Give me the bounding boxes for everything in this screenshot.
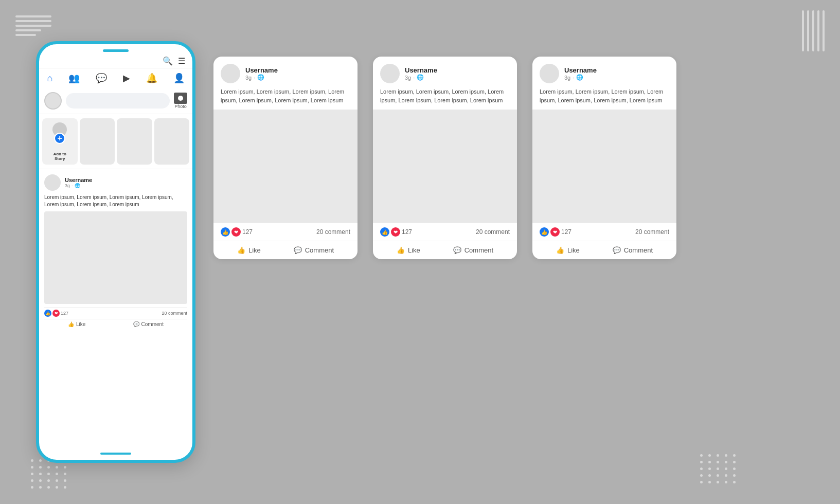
reaction-icons: 👍 ❤ 127 bbox=[44, 310, 68, 317]
card-2-globe-icon: 🌐 bbox=[417, 74, 424, 81]
phone-mockup: 🔍 ☰ ⌂ 👥 💬 ▶ 🔔 👤 Photo + Add toStory bbox=[36, 41, 195, 463]
composer-avatar bbox=[44, 92, 62, 110]
card-1-comment-btn-label: Comment bbox=[305, 246, 334, 254]
card-2-time: 3g bbox=[405, 75, 411, 81]
nav-bell-icon[interactable]: 🔔 bbox=[146, 73, 157, 84]
dot-separator: · bbox=[72, 183, 73, 188]
bg-decoration-lines-left bbox=[15, 15, 51, 39]
card-2-avatar bbox=[380, 64, 400, 83]
phone-bottom-bar bbox=[39, 449, 192, 460]
card-1-comment-btn-icon: 💬 bbox=[294, 246, 302, 254]
photo-button[interactable]: Photo bbox=[174, 93, 187, 109]
post-text: Lorem ipsum, Lorem ipsum, Lorem ipsum, L… bbox=[44, 194, 187, 208]
card-2-username: Username bbox=[405, 66, 437, 74]
photo-label: Photo bbox=[174, 104, 187, 109]
card-3-comment-btn-icon: 💬 bbox=[613, 246, 621, 254]
card-3-like-btn-icon: 👍 bbox=[556, 246, 564, 254]
bg-decoration-lines-right bbox=[802, 10, 825, 51]
post-card-2: Username 3g · 🌐 Lorem ipsum, Lorem ipsum… bbox=[373, 57, 517, 259]
card-2-like-btn-label: Like bbox=[408, 246, 420, 254]
card-3-image bbox=[532, 110, 676, 223]
nav-video-icon[interactable]: ▶ bbox=[123, 73, 130, 84]
card-3-globe-icon: 🌐 bbox=[576, 74, 583, 81]
like-button[interactable]: 👍 Like bbox=[68, 321, 85, 327]
card-1-heart-icon: ❤ bbox=[231, 227, 241, 237]
card-3-like-icon: 👍 bbox=[540, 227, 549, 237]
card-3-comment-button[interactable]: 💬 Comment bbox=[613, 246, 653, 254]
card-1-text: Lorem ipsum, Lorem ipsum, Lorem ipsum, L… bbox=[213, 87, 358, 110]
story-item-1[interactable] bbox=[80, 118, 115, 165]
nav-profile-icon[interactable]: 👤 bbox=[173, 73, 185, 84]
card-2-like-button[interactable]: 👍 Like bbox=[397, 246, 420, 254]
globe-icon: 🌐 bbox=[75, 183, 80, 188]
post-card-3: Username 3g · 🌐 Lorem ipsum, Lorem ipsum… bbox=[532, 57, 676, 259]
phone-top-nav: 🔍 ☰ bbox=[39, 54, 192, 68]
card-3-user-info: Username 3g · 🌐 bbox=[564, 66, 597, 81]
card-3-reaction-icons: 👍 ❤ 127 bbox=[540, 227, 571, 237]
comment-button[interactable]: 💬 Comment bbox=[133, 321, 164, 327]
card-3-like-btn-label: Like bbox=[567, 246, 580, 254]
card-3-heart-icon: ❤ bbox=[550, 227, 560, 237]
card-2-reactions-count: 127 bbox=[402, 228, 412, 236]
phone-notch bbox=[39, 44, 192, 54]
story-item-3[interactable] bbox=[154, 118, 190, 165]
card-3-reactions: 👍 ❤ 127 20 comment bbox=[532, 223, 676, 241]
card-2-like-btn-icon: 👍 bbox=[397, 246, 405, 254]
nav-friends-icon[interactable]: 👥 bbox=[68, 73, 80, 84]
card-3-avatar bbox=[540, 64, 559, 83]
post-card-1: Username 3g · 🌐 Lorem ipsum, Lorem ipsum… bbox=[213, 57, 358, 259]
stories-row: + Add toStory bbox=[39, 114, 192, 169]
card-2-dot: · bbox=[413, 75, 415, 81]
comment-btn-label: Comment bbox=[141, 321, 164, 327]
card-1-reaction-icons: 👍 ❤ 127 bbox=[221, 227, 253, 237]
like-reaction-icon: 👍 bbox=[44, 310, 51, 317]
card-3-comments-count: 20 comment bbox=[635, 228, 669, 236]
card-3-reactions-count: 127 bbox=[561, 228, 571, 236]
like-btn-icon: 👍 bbox=[68, 321, 74, 327]
card-2-text: Lorem ipsum, Lorem ipsum, Lorem ipsum, L… bbox=[373, 87, 517, 110]
card-1-avatar bbox=[221, 64, 240, 83]
post-meta: 3g · 🌐 bbox=[65, 183, 92, 188]
card-1-like-button[interactable]: 👍 Like bbox=[237, 246, 261, 254]
bg-decoration-dots-right bbox=[700, 454, 737, 483]
card-1-like-btn-label: Like bbox=[248, 246, 261, 254]
story-item-2[interactable] bbox=[117, 118, 152, 165]
card-2-heart-icon: ❤ bbox=[391, 227, 400, 237]
nav-home-icon[interactable]: ⌂ bbox=[47, 73, 52, 84]
card-2-like-icon: 👍 bbox=[380, 227, 389, 237]
card-1-reactions: 👍 ❤ 127 20 comment bbox=[213, 223, 358, 241]
card-1-time: 3g bbox=[245, 75, 252, 81]
card-1-comments-count: 20 comment bbox=[316, 228, 350, 236]
post-image bbox=[44, 211, 187, 304]
card-2-meta: 3g · 🌐 bbox=[405, 74, 437, 81]
card-2-header: Username 3g · 🌐 bbox=[373, 57, 517, 87]
composer-input[interactable] bbox=[66, 93, 170, 109]
post-avatar bbox=[44, 174, 61, 191]
card-2-comment-button[interactable]: 💬 Comment bbox=[453, 246, 493, 254]
card-1-image bbox=[213, 110, 358, 223]
search-icon[interactable]: 🔍 bbox=[163, 56, 173, 66]
card-3-time: 3g bbox=[564, 75, 570, 81]
card-3-actions: 👍 Like 💬 Comment bbox=[532, 241, 676, 259]
menu-icon[interactable]: ☰ bbox=[178, 56, 185, 66]
card-1-comment-button[interactable]: 💬 Comment bbox=[294, 246, 334, 254]
add-story-label: Add toStory bbox=[53, 152, 66, 161]
card-3-text: Lorem ipsum, Lorem ipsum, Lorem ipsum, L… bbox=[532, 87, 676, 110]
card-2-comment-btn-icon: 💬 bbox=[453, 246, 461, 254]
card-2-image bbox=[373, 110, 517, 223]
card-1-username: Username bbox=[245, 66, 278, 74]
card-1-globe-icon: 🌐 bbox=[257, 74, 264, 81]
phone-post: Username 3g · 🌐 Lorem ipsum, Lorem ipsum… bbox=[39, 169, 192, 334]
phone-main-nav: ⌂ 👥 💬 ▶ 🔔 👤 bbox=[39, 68, 192, 88]
card-2-comments-count: 20 comment bbox=[476, 228, 510, 236]
nav-messenger-icon[interactable]: 💬 bbox=[96, 73, 107, 84]
card-3-header: Username 3g · 🌐 bbox=[532, 57, 676, 87]
card-2-user-info: Username 3g · 🌐 bbox=[405, 66, 437, 81]
card-1-meta: 3g · 🌐 bbox=[245, 74, 278, 81]
reactions-count: 127 bbox=[61, 311, 68, 316]
add-story-plus-icon: + bbox=[54, 133, 65, 144]
home-indicator bbox=[100, 453, 131, 455]
card-3-like-button[interactable]: 👍 Like bbox=[556, 246, 580, 254]
add-story-item[interactable]: + Add toStory bbox=[42, 118, 78, 165]
card-1-actions: 👍 Like 💬 Comment bbox=[213, 241, 358, 259]
